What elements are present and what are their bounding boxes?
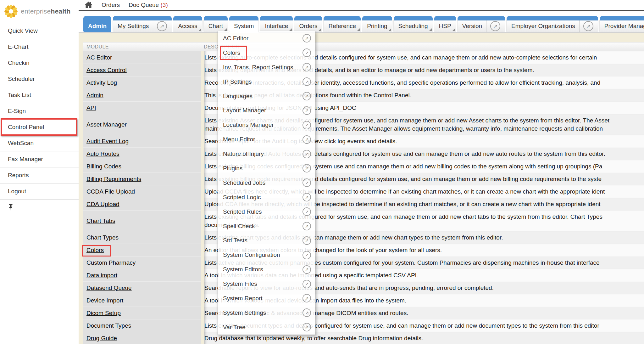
sidebar-item-reports[interactable]: Reports — [0, 167, 79, 183]
external-link-cell[interactable]: ↗ — [579, 20, 593, 32]
module-link[interactable]: Device Import — [86, 297, 123, 304]
tab-employer-organizations[interactable]: Employer Organizations ↗ — [507, 16, 598, 32]
menu-item-scripted-logic[interactable]: Scripted Logic ↗ — [218, 190, 315, 205]
module-link[interactable]: Dicom Setup — [86, 310, 121, 317]
external-link-icon[interactable]: ↗ — [303, 265, 311, 274]
sidebar-item-logout[interactable]: Logout — [0, 183, 79, 200]
tab-hsp[interactable]: HSP ↗ — [434, 16, 456, 32]
external-link-icon[interactable]: ↗ — [303, 178, 311, 187]
pin-icon[interactable] — [8, 204, 14, 211]
module-link[interactable]: CDA Upload — [86, 201, 119, 208]
sidebar-item-webscan[interactable]: WebScan — [0, 135, 79, 151]
tab-version[interactable]: Version ↗ — [458, 16, 505, 32]
menu-item-var-tree[interactable]: Var Tree ↗ — [218, 320, 315, 335]
module-link[interactable]: Data import — [86, 272, 117, 279]
external-link-icon[interactable]: ↗ — [303, 164, 311, 172]
external-link-icon[interactable]: ↗ — [303, 308, 311, 317]
external-link-icon[interactable]: ↗ — [303, 150, 311, 158]
menu-item-system-configuration[interactable]: System Configuration ↗ — [218, 248, 315, 262]
tab-system[interactable]: System ↗ — [229, 16, 258, 32]
module-link[interactable]: Document Types — [86, 322, 131, 329]
sidebar-item-e-chart[interactable]: E-Chart — [0, 39, 79, 55]
tab-provider-management[interactable]: Provider Management ↗ — [600, 16, 644, 32]
menu-item-inv-trans-report-settings[interactable]: Inv. Trans. Report Settings ↗ — [218, 60, 315, 75]
menu-item-locations-manager[interactable]: Locations Manager ↗ — [218, 118, 315, 132]
module-link[interactable]: Admin — [86, 92, 103, 99]
sidebar-item-quick-view[interactable]: Quick View — [0, 23, 79, 39]
external-link-icon[interactable]: ↗ — [303, 77, 311, 86]
external-link-icon[interactable]: ↗ — [303, 280, 311, 288]
sidebar-item-checkin[interactable]: Checkin — [0, 55, 79, 71]
tab-my-settings[interactable]: My Settings ↗ — [113, 16, 172, 32]
sidebar-item-e-sign[interactable]: E-Sign — [0, 103, 79, 119]
menu-item-plugins[interactable]: Plugins ↗ — [218, 161, 315, 176]
module-link[interactable]: Datasend Queue — [86, 285, 132, 291]
breadcrumb-doc-queue[interactable]: Doc Queue (3) — [129, 2, 168, 8]
sidebar-item-fax-manager[interactable]: Fax Manager — [0, 151, 79, 167]
external-link-cell[interactable]: ↗ — [153, 20, 167, 32]
menu-item-label: Languages — [223, 93, 253, 100]
external-link-icon[interactable]: ↗ — [303, 106, 311, 115]
menu-item-ip-settings[interactable]: IP Settings ↗ — [218, 75, 315, 89]
external-link-icon[interactable]: ↗ — [303, 48, 311, 57]
tab-admin[interactable]: Admin ↗ — [83, 16, 111, 32]
tab-reference[interactable]: Reference ↗ — [324, 16, 361, 32]
module-link[interactable]: Auto Routes — [86, 150, 119, 157]
module-link[interactable]: Access Control — [86, 67, 127, 74]
menu-item-system-editors[interactable]: System Editors ↗ — [218, 262, 315, 277]
module-link[interactable]: AC Editor — [86, 54, 112, 61]
external-link-icon[interactable]: ↗ — [303, 92, 311, 100]
menu-item-std-tests[interactable]: Std Tests ↗ — [218, 233, 315, 248]
module-link[interactable]: Chart Tabs — [86, 217, 115, 224]
menu-item-system-settings[interactable]: System Settings ↗ — [218, 306, 315, 320]
module-link[interactable]: Chart Types — [86, 234, 119, 241]
external-link-cell[interactable]: ↗ — [486, 20, 500, 32]
external-link-icon[interactable]: ↗ — [583, 21, 593, 31]
menu-item-scripted-rules[interactable]: Scripted Rules ↗ — [218, 205, 315, 219]
external-link-icon[interactable]: ↗ — [303, 34, 311, 42]
external-link-icon[interactable]: ↗ — [303, 207, 311, 216]
external-link-icon[interactable]: ↗ — [303, 135, 311, 144]
breadcrumb-orders[interactable]: Orders — [102, 2, 120, 8]
external-link-icon[interactable]: ↗ — [303, 193, 311, 201]
sidebar-item-scheduler[interactable]: Scheduler — [0, 71, 79, 87]
menu-item-scheduled-jobs[interactable]: Scheduled Jobs ↗ — [218, 176, 315, 190]
module-link[interactable]: Drug Guide — [86, 335, 117, 342]
menu-item-ac-editor[interactable]: AC Editor ↗ — [218, 31, 315, 46]
home-icon[interactable] — [84, 1, 93, 9]
module-link[interactable]: Billing Codes — [86, 163, 121, 170]
tab-interface[interactable]: Interface ↗ — [260, 16, 293, 32]
module-link[interactable]: Activity Log — [86, 79, 117, 86]
module-link[interactable]: API — [86, 104, 96, 111]
external-link-icon[interactable]: ↗ — [303, 121, 311, 129]
module-link[interactable]: Audit Event Log — [86, 138, 129, 145]
module-link[interactable]: Asset Manager — [86, 121, 127, 128]
tab-access[interactable]: Access ↗ — [173, 16, 202, 32]
tab-orders[interactable]: Orders ↗ — [294, 16, 322, 32]
external-link-icon[interactable]: ↗ — [303, 323, 311, 331]
menu-item-menu-editor[interactable]: Menu Editor ↗ — [218, 132, 315, 147]
external-link-icon[interactable]: ↗ — [303, 222, 311, 230]
module-link[interactable]: Custom Pharmacy — [86, 259, 136, 266]
external-link-icon[interactable]: ↗ — [303, 251, 311, 259]
external-link-icon[interactable]: ↗ — [157, 21, 167, 31]
tab-scheduling[interactable]: Scheduling ↗ — [394, 16, 433, 32]
tab-chart[interactable]: Chart ↗ — [204, 16, 228, 32]
menu-item-nature-of-injury[interactable]: Nature of Injury ↗ — [218, 147, 315, 161]
external-link-icon[interactable]: ↗ — [490, 21, 500, 31]
tab-printing[interactable]: Printing ↗ — [362, 16, 392, 32]
menu-item-languages[interactable]: Languages ↗ — [218, 89, 315, 104]
external-link-icon[interactable]: ↗ — [303, 63, 311, 71]
external-link-icon[interactable]: ↗ — [303, 294, 311, 302]
menu-item-system-report[interactable]: System Report ↗ — [218, 291, 315, 306]
module-link[interactable]: CCDA File Upload — [86, 188, 135, 195]
menu-item-colors[interactable]: Colors ↗ — [218, 46, 315, 60]
menu-item-layout-manager[interactable]: Layout Manager ↗ — [218, 103, 315, 118]
external-link-icon[interactable]: ↗ — [303, 236, 311, 245]
menu-item-system-files[interactable]: System Files ↗ — [218, 277, 315, 291]
module-link[interactable]: Colors — [86, 247, 104, 254]
sidebar-item-control-panel[interactable]: Control Panel — [0, 119, 79, 135]
module-link[interactable]: Billing Requirements — [86, 176, 141, 183]
menu-item-spell-check[interactable]: Spell Check ↗ — [218, 219, 315, 234]
sidebar-item-task-list[interactable]: Task List — [0, 87, 79, 103]
